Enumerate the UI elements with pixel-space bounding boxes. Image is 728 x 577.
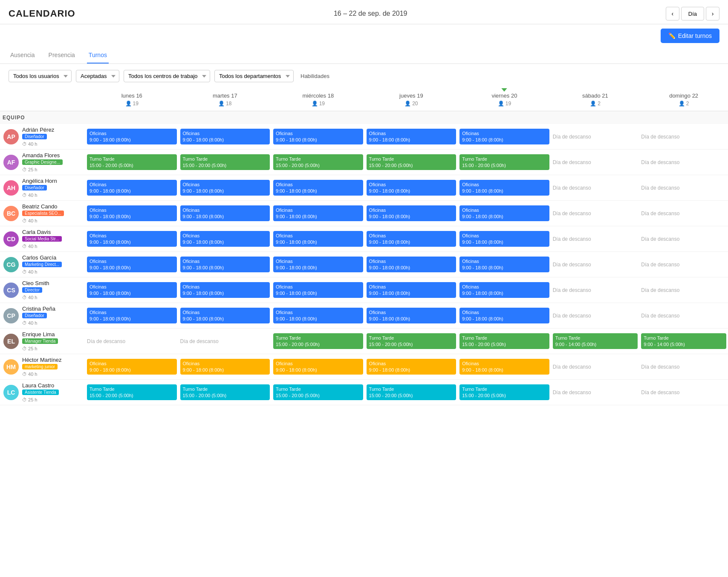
- shift-block[interactable]: Oficinas9:00 - 18:00 (8:00h): [180, 205, 270, 221]
- shift-block[interactable]: Oficinas9:00 - 18:00 (8:00h): [87, 231, 177, 247]
- shift-block[interactable]: Turno Tarde15:00 - 20:00 (5:00h): [367, 384, 456, 400]
- edit-shifts-label: Editar turnos: [678, 32, 712, 39]
- next-button[interactable]: ›: [706, 7, 719, 20]
- shift-block[interactable]: Oficinas9:00 - 18:00 (8:00h): [273, 308, 363, 323]
- shift-name: Oficinas: [183, 207, 268, 213]
- shift-block[interactable]: Oficinas9:00 - 18:00 (8:00h): [459, 308, 549, 323]
- shift-block[interactable]: Oficinas9:00 - 18:00 (8:00h): [87, 308, 177, 323]
- rest-day-label: Día de descanso: [553, 236, 591, 242]
- shift-block[interactable]: Turno Tarde15:00 - 20:00 (5:00h): [367, 333, 456, 349]
- edit-shifts-button[interactable]: ✏️ Editar turnos: [661, 29, 719, 43]
- shift-block[interactable]: Oficinas9:00 - 18:00 (8:00h): [273, 129, 363, 144]
- shift-block[interactable]: Oficinas9:00 - 18:00 (8:00h): [273, 180, 363, 196]
- shift-block[interactable]: Turno Tarde15:00 - 20:00 (5:00h): [459, 154, 549, 170]
- shift-block[interactable]: Oficinas9:00 - 18:00 (8:00h): [87, 257, 177, 272]
- avatar: AH: [3, 180, 19, 196]
- shift-block[interactable]: Turno Tarde15:00 - 20:00 (5:00h): [180, 384, 270, 400]
- shift-name: Oficinas: [276, 130, 361, 136]
- shift-block[interactable]: Oficinas9:00 - 18:00 (8:00h): [87, 282, 177, 298]
- tab-turnos[interactable]: Turnos: [87, 47, 109, 63]
- shift-block[interactable]: Oficinas9:00 - 18:00 (8:00h): [367, 308, 456, 323]
- shift-cell: Oficinas9:00 - 18:00 (8:00h): [458, 175, 551, 201]
- department-filter[interactable]: Todos los departamentos: [214, 70, 294, 82]
- rest-day-label: Día de descanso: [641, 389, 679, 395]
- shift-name: Oficinas: [369, 361, 454, 366]
- shift-time: 9:00 - 18:00 (8:00h): [276, 316, 361, 322]
- shift-time: 15:00 - 20:00 (5:00h): [183, 392, 268, 398]
- shift-block[interactable]: Oficinas9:00 - 18:00 (8:00h): [273, 231, 363, 247]
- shift-block[interactable]: Turno Tarde15:00 - 20:00 (5:00h): [459, 384, 549, 400]
- prev-button[interactable]: ‹: [666, 7, 679, 20]
- shift-block[interactable]: Turno Tarde15:00 - 20:00 (5:00h): [367, 154, 456, 170]
- shift-block[interactable]: Oficinas9:00 - 18:00 (8:00h): [180, 180, 270, 196]
- shift-time: 9:00 - 18:00 (8:00h): [183, 316, 268, 322]
- shift-name: Oficinas: [183, 233, 268, 239]
- shift-block[interactable]: Oficinas9:00 - 18:00 (8:00h): [367, 180, 456, 196]
- avatar: CD: [3, 231, 19, 247]
- status-filter[interactable]: Aceptadas: [76, 70, 119, 82]
- employee-hours: ⏱ 40 h: [22, 269, 82, 274]
- shift-block[interactable]: Turno Tarde15:00 - 20:00 (5:00h): [459, 333, 549, 349]
- shift-block[interactable]: Turno Tarde15:00 - 20:00 (5:00h): [273, 333, 363, 349]
- shift-block[interactable]: Oficinas9:00 - 18:00 (8:00h): [273, 359, 363, 375]
- shift-block[interactable]: Turno Tarde15:00 - 20:00 (5:00h): [273, 384, 363, 400]
- person-icon-lunes: 👤: [125, 101, 132, 107]
- shift-time: 15:00 - 20:00 (5:00h): [369, 162, 454, 168]
- shift-name: Oficinas: [90, 309, 174, 315]
- filters-bar: Todos los usuarios Aceptadas Todos los c…: [0, 64, 728, 88]
- clock-icon: ⏱: [22, 167, 27, 172]
- shift-time: 9:00 - 18:00 (8:00h): [369, 213, 454, 219]
- shift-block[interactable]: Oficinas9:00 - 18:00 (8:00h): [459, 257, 549, 272]
- shift-block[interactable]: Oficinas9:00 - 18:00 (8:00h): [367, 205, 456, 221]
- role-badge: Asistente Tienda: [22, 389, 59, 395]
- shift-cell: Turno Tarde15:00 - 20:00 (5:00h): [85, 150, 179, 175]
- shift-block[interactable]: Oficinas9:00 - 18:00 (8:00h): [273, 257, 363, 272]
- clock-icon: ⏱: [22, 397, 27, 402]
- workplace-filter[interactable]: Todos los centros de trabajo: [124, 70, 210, 82]
- shift-block[interactable]: Oficinas9:00 - 18:00 (8:00h): [273, 205, 363, 221]
- shift-block[interactable]: Turno Tarde15:00 - 20:00 (5:00h): [273, 154, 363, 170]
- shift-block[interactable]: Oficinas9:00 - 18:00 (8:00h): [87, 359, 177, 375]
- shift-block[interactable]: Oficinas9:00 - 18:00 (8:00h): [87, 205, 177, 221]
- shift-block[interactable]: Oficinas9:00 - 18:00 (8:00h): [459, 129, 549, 144]
- shift-block[interactable]: Oficinas9:00 - 18:00 (8:00h): [180, 129, 270, 144]
- table-row: AHAngélica HornDiseñador⏱ 40 h⏱ 40 hOfic…: [0, 175, 728, 201]
- shift-block[interactable]: Turno Tarde9:00 - 14:00 (5:00h): [641, 333, 726, 349]
- shift-block[interactable]: Oficinas9:00 - 18:00 (8:00h): [180, 282, 270, 298]
- shift-block[interactable]: Turno Tarde9:00 - 14:00 (5:00h): [553, 333, 638, 349]
- shift-block[interactable]: Oficinas9:00 - 18:00 (8:00h): [180, 359, 270, 375]
- shift-block[interactable]: Oficinas9:00 - 18:00 (8:00h): [367, 359, 456, 375]
- shift-block[interactable]: Oficinas9:00 - 18:00 (8:00h): [273, 282, 363, 298]
- shift-block[interactable]: Oficinas9:00 - 18:00 (8:00h): [459, 359, 549, 375]
- clock-icon: ⏱: [22, 320, 27, 326]
- tab-presencia[interactable]: Presencia: [47, 47, 77, 63]
- shift-block[interactable]: Oficinas9:00 - 18:00 (8:00h): [367, 129, 456, 144]
- shift-cell: Día de descanso: [551, 201, 640, 226]
- tab-ausencia[interactable]: Ausencia: [9, 47, 37, 63]
- shift-block[interactable]: Oficinas9:00 - 18:00 (8:00h): [180, 308, 270, 323]
- shift-cell: Día de descanso: [85, 329, 179, 354]
- shift-cell: Oficinas9:00 - 18:00 (8:00h): [458, 303, 551, 329]
- table-row: CPCristina PeñaDiseñador⏱ 40 h⏱ 40 hOfic…: [0, 303, 728, 329]
- day-button[interactable]: Día: [681, 7, 704, 20]
- shift-time: 9:00 - 18:00 (8:00h): [462, 213, 547, 219]
- shift-block[interactable]: Turno Tarde15:00 - 20:00 (5:00h): [180, 154, 270, 170]
- rest-day-label: Día de descanso: [553, 287, 591, 293]
- shift-block[interactable]: Oficinas9:00 - 18:00 (8:00h): [459, 282, 549, 298]
- shift-block[interactable]: Turno Tarde15:00 - 20:00 (5:00h): [87, 384, 177, 400]
- avatar: EL: [3, 334, 19, 349]
- shift-block[interactable]: Oficinas9:00 - 18:00 (8:00h): [459, 180, 549, 196]
- shift-block[interactable]: Oficinas9:00 - 18:00 (8:00h): [367, 257, 456, 272]
- users-filter[interactable]: Todos los usuarios: [9, 70, 72, 82]
- shift-block[interactable]: Oficinas9:00 - 18:00 (8:00h): [87, 180, 177, 196]
- shift-block[interactable]: Oficinas9:00 - 18:00 (8:00h): [367, 282, 456, 298]
- shift-time: 9:00 - 18:00 (8:00h): [369, 239, 454, 245]
- shift-block[interactable]: Oficinas9:00 - 18:00 (8:00h): [180, 231, 270, 247]
- rest-day-label: Día de descanso: [553, 313, 591, 319]
- shift-block[interactable]: Oficinas9:00 - 18:00 (8:00h): [367, 231, 456, 247]
- shift-block[interactable]: Oficinas9:00 - 18:00 (8:00h): [459, 205, 549, 221]
- shift-block[interactable]: Oficinas9:00 - 18:00 (8:00h): [87, 129, 177, 144]
- shift-block[interactable]: Oficinas9:00 - 18:00 (8:00h): [459, 231, 549, 247]
- shift-block[interactable]: Oficinas9:00 - 18:00 (8:00h): [180, 257, 270, 272]
- shift-block[interactable]: Turno Tarde15:00 - 20:00 (5:00h): [87, 154, 177, 170]
